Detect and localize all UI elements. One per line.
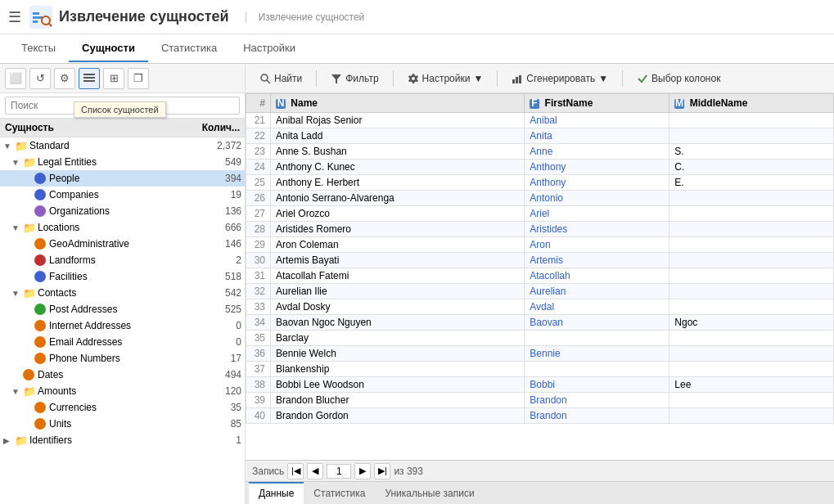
table-row[interactable]: 27Ariel OrozcoAriel — [246, 206, 834, 222]
pag-first-btn[interactable]: |◀ — [287, 463, 304, 479]
tree-item-locations[interactable]: ▼ 📁 Locations 666 — [0, 219, 245, 236]
table-row[interactable]: 26Antonio Serrano-AlvarengaAntonio — [246, 191, 834, 206]
tab-stats[interactable]: Статистика — [304, 482, 375, 504]
table-row[interactable]: 29Aron ColemanAron — [246, 237, 834, 253]
tree-item-units[interactable]: Units 85 — [0, 416, 245, 432]
tree-item-legal[interactable]: ▼ 📁 Legal Entities 549 — [0, 154, 245, 170]
table-row[interactable]: 34Baovan Ngoc NguyenBaovanNgoc — [246, 315, 834, 331]
table-row[interactable]: 21Anibal Rojas SeniorAnibal — [246, 113, 834, 128]
cell-middlename — [669, 222, 834, 237]
tree-item-dates[interactable]: Dates 494 — [0, 367, 245, 383]
generate-btn[interactable]: Сгенерировать ▼ — [504, 70, 615, 88]
table-row[interactable]: 30Artemis BayatiArtemis — [246, 253, 834, 268]
separator — [497, 70, 498, 87]
cell-firstname[interactable]: Brandon — [525, 408, 669, 424]
tree-item-facilities[interactable]: Facilities 518 — [0, 268, 245, 285]
tree-item-landforms[interactable]: Landforms 2 — [0, 252, 245, 268]
tree-item-postaddr[interactable]: Post Addresses 525 — [0, 301, 245, 317]
filter-btn[interactable]: Фильтр — [323, 70, 385, 88]
tree-label: People — [49, 173, 201, 184]
cell-firstname[interactable]: Aurelian — [525, 284, 669, 299]
pag-next-btn[interactable]: ▶ — [354, 463, 371, 479]
cell-firstname[interactable]: Bennie — [525, 346, 669, 362]
tree-item-identifiers[interactable]: ▶ 📁 Identifiers 1 — [0, 432, 245, 448]
export-btn[interactable]: ❐ — [128, 68, 149, 89]
table-row[interactable]: 22Anita LaddAnita — [246, 128, 834, 144]
tab-statistics[interactable]: Статистика — [148, 35, 230, 62]
table-row[interactable]: 38Bobbi Lee WoodsonBobbiLee — [246, 377, 834, 393]
table-row[interactable]: 40Brandon GordonBrandon — [246, 408, 834, 424]
entity-icon — [34, 238, 46, 250]
tree-item-people[interactable]: People 394 — [0, 170, 245, 187]
cell-firstname[interactable]: Bobbi — [525, 377, 669, 393]
cell-firstname[interactable]: Ariel — [525, 206, 669, 222]
tree-item-amounts[interactable]: ▼ 📁 Amounts 120 — [0, 383, 245, 399]
tree-item-geoadmin[interactable]: GeoAdministrative 146 — [0, 236, 245, 252]
tree-item-emailaddr[interactable]: Email Addresses 0 — [0, 334, 245, 350]
cell-firstname — [525, 362, 669, 377]
tab-entities[interactable]: Сущности — [69, 35, 148, 62]
cell-firstname[interactable]: Brandon — [525, 393, 669, 408]
chart-icon — [512, 73, 523, 84]
tree-item-standard[interactable]: ▼ 📁 Standard 2,372 — [0, 137, 245, 154]
cell-firstname[interactable]: Artemis — [525, 253, 669, 268]
cell-num: 35 — [246, 331, 271, 346]
table-row[interactable]: 35Barclay — [246, 331, 834, 346]
tab-unique[interactable]: Уникальные записи — [375, 482, 484, 504]
cell-firstname[interactable]: Avdal — [525, 299, 669, 315]
table-row[interactable]: 31Atacollah FatemiAtacollah — [246, 268, 834, 284]
entity-icon — [34, 353, 46, 364]
cell-firstname[interactable]: Anthony — [525, 175, 669, 191]
find-btn[interactable]: Найти — [252, 70, 309, 88]
separator — [316, 70, 317, 87]
pag-last-btn[interactable]: ▶| — [374, 463, 390, 479]
menu-icon[interactable]: ☰ — [8, 8, 21, 26]
cell-firstname[interactable]: Aron — [525, 237, 669, 253]
cell-firstname[interactable]: Baovan — [525, 315, 669, 331]
list-btn[interactable] — [79, 68, 100, 89]
table-row[interactable]: 39Brandon BlucherBrandon — [246, 393, 834, 408]
tree-item-internetaddr[interactable]: Internet Addresses 0 — [0, 317, 245, 334]
table-row[interactable]: 24Anthony C. KunecAnthonyC. — [246, 160, 834, 175]
pag-current-page[interactable] — [327, 464, 351, 479]
tree-item-organizations[interactable]: Organizations 136 — [0, 203, 245, 219]
cell-firstname[interactable]: Anibal — [525, 113, 669, 128]
cell-firstname[interactable]: Atacollah — [525, 268, 669, 284]
cell-firstname[interactable]: Anita — [525, 128, 669, 144]
tree-item-currencies[interactable]: Currencies 35 — [0, 399, 245, 416]
cell-firstname[interactable]: Antonio — [525, 191, 669, 206]
table-row[interactable]: 33Avdal DoskyAvdal — [246, 299, 834, 315]
refresh-btn[interactable]: ↺ — [29, 68, 51, 89]
tree-item-companies[interactable]: Companies 19 — [0, 187, 245, 203]
pag-prev-btn[interactable]: ◀ — [307, 463, 323, 479]
table-btn[interactable]: ⊞ — [103, 68, 124, 89]
svg-rect-8 — [83, 80, 95, 82]
copy-btn[interactable]: ⬜ — [5, 68, 26, 89]
table-row[interactable]: 25Anthony E. HerbertAnthonyE. — [246, 175, 834, 191]
cell-firstname[interactable]: Aristides — [525, 222, 669, 237]
settings-btn[interactable]: Настройки ▼ — [400, 70, 491, 88]
cell-name: Artemis Bayati — [271, 253, 525, 268]
tab-texts[interactable]: Тексты — [8, 35, 69, 62]
cell-firstname[interactable]: Anthony — [525, 160, 669, 175]
table-row[interactable]: 37Blankenship — [246, 362, 834, 377]
tree-item-contacts[interactable]: ▼ 📁 Contacts 542 — [0, 285, 245, 301]
cell-num: 26 — [246, 191, 271, 206]
table-row[interactable]: 32Aurelian IlieAurelian — [246, 284, 834, 299]
settings-icon — [408, 73, 419, 84]
settings-btn[interactable]: ⚙ — [54, 68, 75, 89]
table-row[interactable]: 28Aristides RomeroAristides — [246, 222, 834, 237]
table-row[interactable]: 36Bennie WelchBennie — [246, 346, 834, 362]
tree-item-phonenumbers[interactable]: Phone Numbers 17 — [0, 350, 245, 367]
cell-name: Anita Ladd — [271, 128, 525, 144]
tree-label: Units — [49, 418, 201, 430]
table-row[interactable]: 23Anne S. BushanAnneS. — [246, 144, 834, 160]
columns-btn[interactable]: Выбор колонок — [629, 70, 728, 88]
tab-settings[interactable]: Настройки — [230, 35, 309, 62]
right-toolbar: Найти Фильтр Настройки ▼ — [246, 64, 834, 93]
expand-icon — [23, 207, 33, 216]
svg-point-9 — [261, 74, 268, 81]
tab-data[interactable]: Данные — [249, 482, 304, 504]
cell-firstname[interactable]: Anne — [525, 144, 669, 160]
svg-rect-2 — [33, 16, 43, 19]
